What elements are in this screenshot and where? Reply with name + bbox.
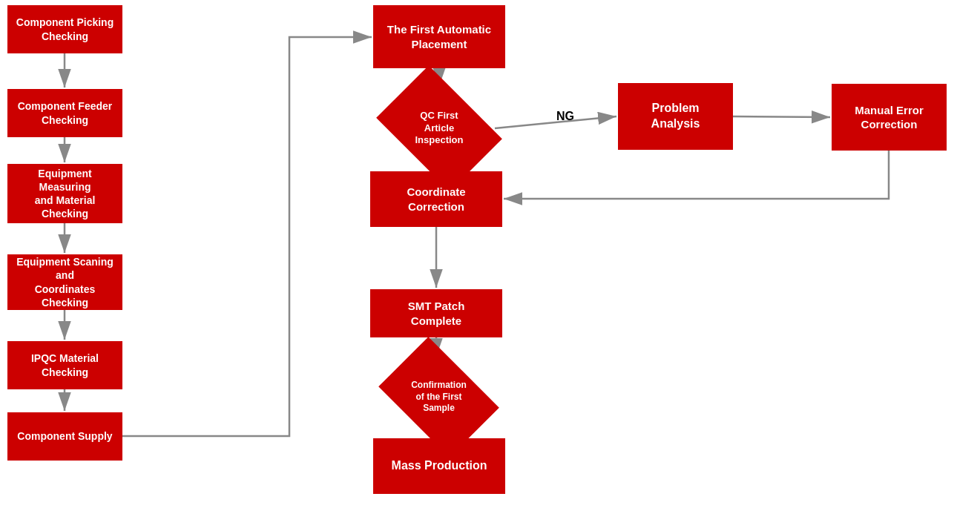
flowchart: Component Picking Checking Component Fee… (0, 0, 980, 508)
mass-production-box: Mass Production (373, 438, 505, 494)
component-picking-box: Component Picking Checking (7, 5, 122, 53)
qc-diamond: QC FirstArticleInspection (380, 88, 499, 169)
confirmation-diamond: Confirmationof the FirstSample (381, 358, 496, 436)
svg-line-9 (733, 116, 830, 117)
equipment-measuring-box: Equipment Measuringand Material Checking (7, 164, 122, 223)
svg-line-8 (495, 116, 616, 128)
component-feeder-box: Component FeederChecking (7, 89, 122, 137)
smt-patch-box: SMT PatchComplete (370, 289, 502, 337)
component-supply-box: Component Supply (7, 412, 122, 461)
ipqc-box: IPQC MaterialChecking (7, 341, 122, 389)
ng-label: NG (556, 110, 574, 123)
coordinate-correction-box: CoordinateCorrection (370, 171, 502, 227)
first-placement-box: The First AutomaticPlacement (373, 5, 505, 68)
equipment-scaning-box: Equipment Scaning andCoordinates Checkin… (7, 254, 122, 310)
manual-error-box: Manual ErrorCorrection (832, 84, 947, 151)
problem-analysis-box: ProblemAnalysis (618, 83, 733, 150)
